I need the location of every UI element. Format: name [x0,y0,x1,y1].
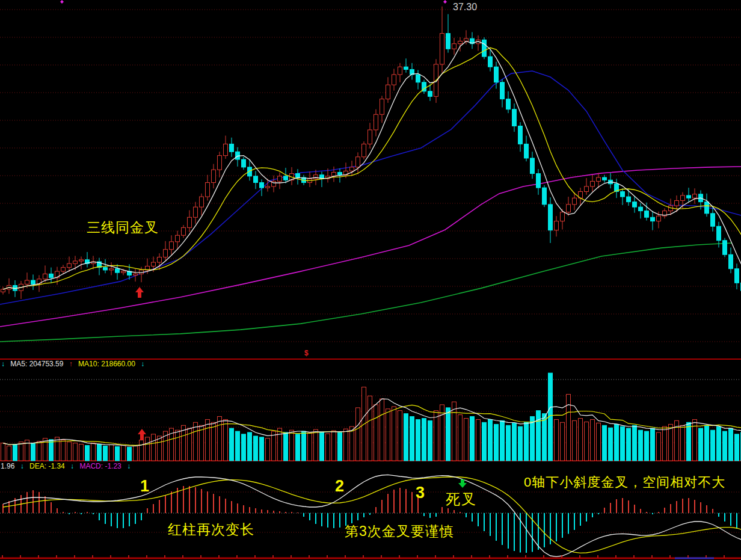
long-ma-lines [0,71,741,342]
down-arrow-icon: ↓ [127,462,131,470]
up-arrow-icon: ↑ [69,360,73,368]
chart-stage[interactable]: 三线同金叉 37.30 $ ↓ MA5: 204753.59 ↑ MA10: 2… [0,0,741,560]
annotation-zero-axis-golden-cross: 0轴下小斜度金叉，空间相对不大 [524,476,725,489]
volume-ma10-value: MA10: 218660.00 [78,360,135,368]
volume-ma-header: ↓ MA5: 204753.59 ↑ MA10: 218660.00 ↓ [1,360,148,368]
macd-histogram [3,486,741,553]
down-arrow-icon: ↓ [1,360,5,368]
signal-markers [60,0,447,4]
annotation-three-line-golden-cross: 三线同金叉 [87,221,159,235]
stock-chart-app: { "colors": { "background": "#000000", "… [0,0,741,560]
volume-ma5-value: MA5: 204753.59 [10,360,63,368]
volume-bars [1,373,741,461]
down-arrow-icon: ↓ [20,462,24,470]
macd-value: MACD: -1.23 [79,462,121,470]
annotation-third-golden-cross-caution: 第3次金叉要谨慎 [345,525,454,538]
annotation-red-bars-longer: 红柱再次变长 [168,523,254,537]
buy-arrow-icon-volume [138,429,146,440]
candlestick-series [1,7,741,303]
macd-dea-value: DEA: -1.34 [29,462,65,470]
golden-cross-number-3: 3 [416,485,425,501]
top-marker-icon [443,0,447,4]
peak-price-label: 37.30 [453,2,477,12]
golden-cross-number-2: 2 [335,478,344,494]
golden-cross-number-1: 1 [140,478,149,494]
top-marker-icon [60,0,64,4]
death-cross-label: 死叉 [446,492,477,506]
sell-signal-s-marker: $ [304,349,309,357]
bottom-axis [0,555,741,558]
down-arrow-icon: ↓ [141,360,144,368]
macd-dif-value: 1.96 [1,462,14,470]
down-arrow-icon: ↓ [70,462,74,470]
macd-header: 1.96 ↓ DEA: -1.34 ↓ MACD: -1.23 ↓ [1,463,134,470]
buy-arrow-icon-main [135,287,144,298]
